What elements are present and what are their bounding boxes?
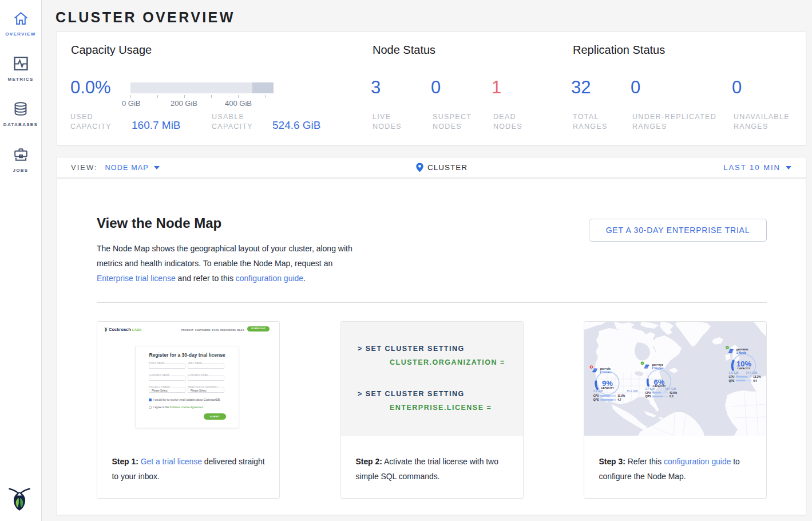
svg-text:1 Node: 1 Node [736,351,747,354]
svg-text:43.7 GiB: 43.7 GiB [665,388,676,390]
svg-text:42.5%: 42.5% [670,392,678,394]
svg-text:CPU: CPU [729,376,735,378]
svg-text:13.3%: 13.3% [753,376,761,378]
svg-text:2 Nodes: 2 Nodes [652,366,664,370]
svg-text:CAPACITY: CAPACITY [601,386,614,389]
svg-text:CPU: CPU [645,392,652,394]
svg-text:3.2 GiB: 3.2 GiB [593,390,603,393]
svg-text:11.0%: 11.0% [617,394,625,397]
svg-text:34.4 GiB: 34.4 GiB [746,372,757,374]
svg-text:4.7: 4.7 [617,398,621,401]
svg-text:0.4: 0.4 [753,380,757,382]
svg-text:3.7 GiB: 3.7 GiB [645,388,655,390]
svg-text:CPU: CPU [593,394,600,397]
svg-text:QPS: QPS [729,380,735,382]
svg-text:CAPACITY: CAPACITY [737,367,750,370]
svg-text:QPS: QPS [593,398,599,401]
svg-text:3.6 GiB: 3.6 GiB [729,372,739,374]
svg-text:35.1 GiB: 35.1 GiB [627,390,638,393]
svg-text:0.0: 0.0 [670,395,674,398]
svg-text:QPS: QPS [645,395,651,398]
